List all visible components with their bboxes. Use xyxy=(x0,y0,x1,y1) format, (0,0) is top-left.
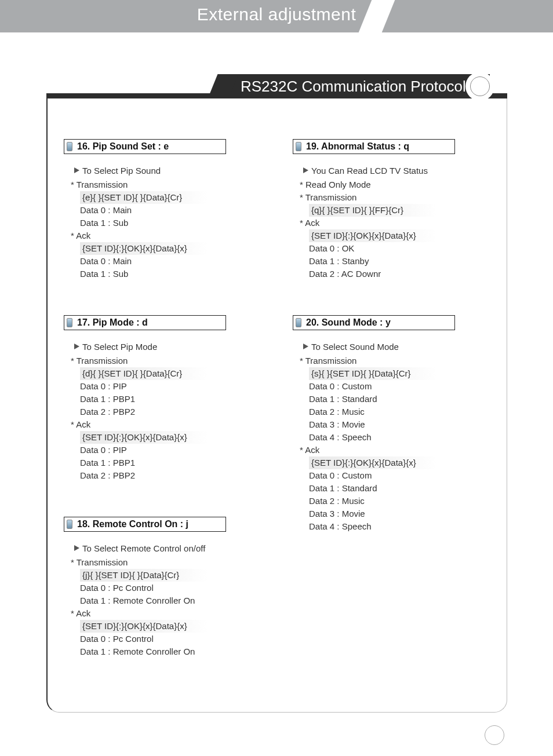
section-lead: To Select Sound Mode xyxy=(303,341,499,353)
data-line: Data 0 : OK xyxy=(309,242,499,255)
section-body: To Select Pip Sound* Transmission{e}{ }{… xyxy=(64,165,270,280)
data-line: Data 0 : PIP xyxy=(80,444,270,456)
data-line: Data 2 : Music xyxy=(309,495,499,507)
transmission-label: * Transmission xyxy=(71,178,270,191)
bullet-icon xyxy=(67,318,72,327)
ack-command: {SET ID}{:}{OK}{x}{Data}{x} xyxy=(80,242,208,255)
section-lead: To Select Pip Sound xyxy=(74,165,270,177)
protocol-section: 19. Abnormal Status : qYou Can Read LCD … xyxy=(293,139,499,280)
bullet-icon xyxy=(67,520,72,529)
data-line: Data 1 : Sub xyxy=(80,217,270,229)
section-header: 16. Pip Sound Set : e xyxy=(64,139,226,154)
section-title: 17. Pip Mode : d xyxy=(77,317,148,327)
data-line: Data 3 : Movie xyxy=(309,507,499,520)
section-title: 20. Sound Mode : y xyxy=(306,317,391,327)
section-title: 19. Abnormal Status : q xyxy=(306,141,409,151)
data-line: Data 1 : Standard xyxy=(309,393,499,406)
section-lead: To Select Remote Control on/off xyxy=(74,542,270,555)
section-header: 18. Remote Control On : j xyxy=(64,517,226,532)
section-body: To Select Sound Mode* Transmission{s}{ }… xyxy=(293,341,499,533)
data-line: Data 1 : Remote Conroller On xyxy=(80,594,270,607)
section-header: 19. Abnormal Status : q xyxy=(293,139,455,154)
ack-command: {SET ID}{:}{OK}{x}{Data}{x} xyxy=(80,620,208,633)
section-body: To Select Pip Mode* Transmission{d}{ }{S… xyxy=(64,341,270,482)
section-note: * Read Only Mode xyxy=(300,178,499,191)
data-line: Data 1 : Remote Conroller On xyxy=(80,645,270,658)
data-line: Data 1 : Stanby xyxy=(309,255,499,268)
transmission-label: * Transmission xyxy=(300,355,499,367)
transmission-command: {j}{ }{SET ID}{ }{Data}{Cr} xyxy=(80,569,208,582)
data-line: Data 2 : AC Downr xyxy=(309,268,499,280)
subheader-tab: RS232C Communication Protocol xyxy=(223,74,490,98)
transmission-command: {e}{ }{SET ID}{ }{Data}{Cr} xyxy=(80,191,208,204)
data-line: Data 2 : PBP2 xyxy=(80,406,270,418)
subheader-circle-icon xyxy=(470,76,490,96)
data-line: Data 1 : Sub xyxy=(80,268,270,280)
section-header: 17. Pip Mode : d xyxy=(64,315,226,330)
ack-label: * Ack xyxy=(71,229,270,242)
subheader-title: RS232C Communication Protocol xyxy=(241,78,466,95)
transmission-label: * Transmission xyxy=(71,355,270,367)
ack-command: {SET ID}{:}{OK}{x}{Data}{x} xyxy=(309,456,436,469)
data-line: Data 0 : Pc Control xyxy=(80,633,270,645)
bullet-icon xyxy=(296,318,301,327)
section-title: 16. Pip Sound Set : e xyxy=(77,141,169,151)
ack-label: * Ack xyxy=(300,217,499,229)
protocol-section: 18. Remote Control On : jTo Select Remot… xyxy=(64,517,270,658)
bullet-icon xyxy=(67,142,72,151)
data-line: Data 1 : Standard xyxy=(309,482,499,495)
page-number-circle-icon xyxy=(485,725,504,745)
page-title: External adjustment xyxy=(0,5,553,24)
data-line: Data 0 : Main xyxy=(80,255,270,268)
data-line: Data 3 : Movie xyxy=(309,418,499,431)
protocol-section: 16. Pip Sound Set : eTo Select Pip Sound… xyxy=(64,139,270,280)
ack-label: * Ack xyxy=(71,418,270,431)
protocol-section: 17. Pip Mode : dTo Select Pip Mode* Tran… xyxy=(64,315,270,482)
section-title: 18. Remote Control On : j xyxy=(77,519,188,529)
section-body: You Can Read LCD TV Status* Read Only Mo… xyxy=(293,165,499,280)
data-line: Data 4 : Speech xyxy=(309,431,499,444)
ack-label: * Ack xyxy=(71,607,270,620)
data-line: Data 0 : PIP xyxy=(80,380,270,393)
ack-label: * Ack xyxy=(300,444,499,456)
protocol-section: 20. Sound Mode : yTo Select Sound Mode* … xyxy=(293,315,499,533)
transmission-label: * Transmission xyxy=(300,191,499,204)
data-line: Data 0 : Main xyxy=(80,204,270,217)
right-column: 19. Abnormal Status : qYou Can Read LCD … xyxy=(293,139,499,693)
transmission-label: * Transmission xyxy=(71,556,270,569)
section-lead: To Select Pip Mode xyxy=(74,341,270,353)
ack-command: {SET ID}{:}{OK}{x}{Data}{x} xyxy=(309,229,436,242)
content-columns: 16. Pip Sound Set : eTo Select Pip Sound… xyxy=(64,139,499,693)
subheader: RS232C Communication Protocol xyxy=(46,74,507,98)
data-line: Data 4 : Speech xyxy=(309,520,499,533)
bullet-icon xyxy=(296,142,301,151)
data-line: Data 2 : Music xyxy=(309,406,499,418)
data-line: Data 0 : Pc Control xyxy=(80,582,270,594)
ack-command: {SET ID}{:}{OK}{x}{Data}{x} xyxy=(80,431,208,444)
data-line: Data 0 : Custom xyxy=(309,380,499,393)
transmission-command: {q}{ }{SET ID}{ }{FF}{Cr} xyxy=(309,204,436,217)
data-line: Data 0 : Custom xyxy=(309,469,499,482)
data-line: Data 1 : PBP1 xyxy=(80,456,270,469)
section-header: 20. Sound Mode : y xyxy=(293,315,455,330)
data-line: Data 1 : PBP1 xyxy=(80,393,270,406)
left-column: 16. Pip Sound Set : eTo Select Pip Sound… xyxy=(64,139,270,693)
section-lead: You Can Read LCD TV Status xyxy=(303,165,499,177)
transmission-command: {d}{ }{SET ID}{ }{Data}{Cr} xyxy=(80,367,208,380)
data-line: Data 2 : PBP2 xyxy=(80,469,270,482)
transmission-command: {s}{ }{SET ID}{ }{Data}{Cr} xyxy=(309,367,436,380)
section-body: To Select Remote Control on/off* Transmi… xyxy=(64,542,270,658)
